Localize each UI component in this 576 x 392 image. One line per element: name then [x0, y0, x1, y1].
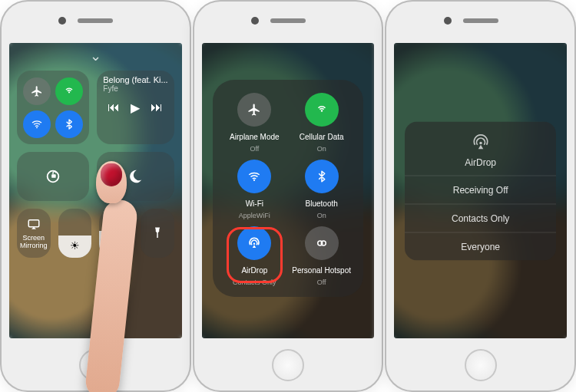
sun-icon: ☀ [70, 239, 80, 252]
connectivity-expanded-panel: Airplane Mode Off Cellular Data On Wi-Fi… [213, 80, 364, 297]
bluetooth-item[interactable]: Bluetooth On [290, 157, 353, 219]
bluetooth-toggle[interactable] [55, 110, 83, 138]
svg-point-5 [320, 110, 322, 111]
screen-mirroring-label: Screen Mirroring [17, 234, 51, 249]
airdrop-icon [471, 132, 491, 152]
play-button[interactable]: ▶ [131, 100, 140, 115]
do-not-disturb-tile[interactable] [97, 152, 174, 201]
cellular-data-toggle[interactable] [55, 77, 83, 105]
flashlight-icon [151, 226, 164, 240]
svg-point-0 [68, 91, 70, 93]
antenna-icon [63, 85, 75, 97]
phone-step-1: ⌄ Belong (feat. Ki... Fyfe [0, 0, 191, 392]
screen-mirroring-icon [27, 217, 41, 231]
track-title: Belong (feat. Ki... [103, 75, 167, 84]
wifi-icon [31, 118, 43, 130]
chevron-down-icon[interactable]: ⌄ [90, 48, 101, 64]
bluetooth-icon [315, 170, 329, 183]
airplane-mode-item[interactable]: Airplane Mode Off [223, 91, 286, 153]
now-playing-tile[interactable]: Belong (feat. Ki... Fyfe ⏮ ▶ ⏭ [97, 71, 174, 144]
brightness-slider[interactable]: ☀ [58, 209, 92, 258]
orientation-lock-icon [45, 168, 61, 185]
airdrop-item[interactable]: AirDrop Contacts Only [223, 224, 286, 286]
screen: ⌄ Belong (feat. Ki... Fyfe [9, 43, 182, 338]
sheet-title: AirDrop [465, 156, 496, 167]
personal-hotspot-item[interactable]: Personal Hotspot Off [290, 224, 353, 286]
cellular-data-item[interactable]: Cellular Data On [290, 91, 353, 153]
airplane-icon [247, 103, 261, 117]
screen: Airplane Mode Off Cellular Data On Wi-Fi… [202, 43, 375, 338]
wifi-icon [247, 170, 261, 183]
next-track-button[interactable]: ⏭ [151, 100, 163, 115]
hotspot-icon [315, 236, 329, 250]
phone-step-2: Airplane Mode Off Cellular Data On Wi-Fi… [193, 0, 384, 392]
svg-rect-3 [51, 174, 56, 178]
screen-mirroring-tile[interactable]: Screen Mirroring [17, 209, 51, 258]
airdrop-icon [247, 236, 261, 250]
wifi-toggle[interactable] [23, 110, 51, 138]
volume-slider[interactable]: 🔊 [99, 209, 133, 258]
phone-step-3: AirDrop Receiving Off Contacts Only Ever… [385, 0, 576, 392]
airplane-mode-toggle[interactable] [23, 77, 51, 105]
option-contacts-only[interactable]: Contacts Only [405, 203, 556, 232]
orientation-lock-tile[interactable] [17, 152, 89, 201]
svg-point-6 [253, 180, 255, 181]
home-button[interactable] [79, 349, 111, 381]
svg-point-1 [36, 127, 38, 128]
option-everyone[interactable]: Everyone [405, 232, 556, 260]
wifi-item[interactable]: Wi-Fi AppleWiFi [223, 157, 286, 219]
svg-point-7 [253, 243, 255, 245]
home-button[interactable] [272, 349, 304, 381]
screen: AirDrop Receiving Off Contacts Only Ever… [394, 43, 567, 338]
connectivity-tile[interactable] [17, 71, 89, 144]
svg-point-10 [479, 141, 482, 143]
speaker-icon: 🔊 [110, 239, 123, 252]
svg-rect-4 [28, 220, 39, 227]
bluetooth-icon [63, 118, 75, 130]
antenna-icon [315, 103, 329, 117]
home-button[interactable] [465, 349, 497, 381]
flashlight-tile[interactable] [141, 209, 174, 258]
moon-icon [127, 168, 144, 185]
airplane-icon [31, 85, 43, 97]
track-artist: Fyfe [103, 84, 118, 93]
prev-track-button[interactable]: ⏮ [108, 100, 120, 115]
option-receiving-off[interactable]: Receiving Off [405, 175, 556, 203]
airdrop-options-sheet: AirDrop Receiving Off Contacts Only Ever… [405, 121, 556, 260]
